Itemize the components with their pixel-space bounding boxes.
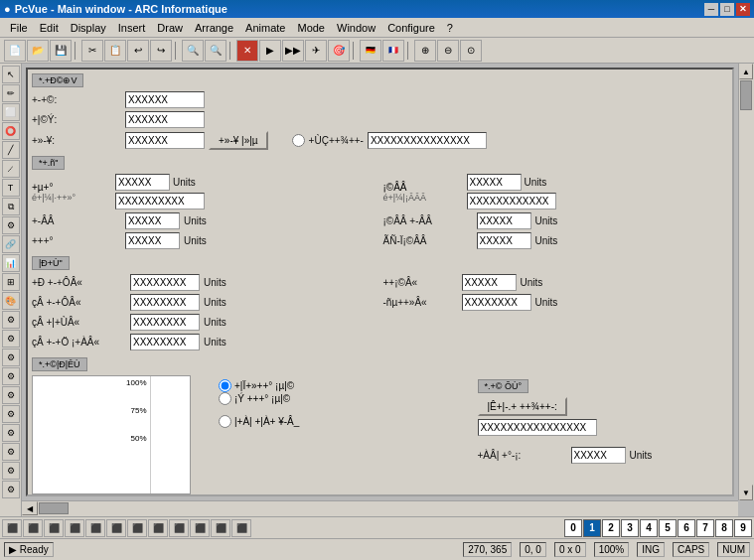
- redo-btn[interactable]: ↪: [150, 40, 172, 62]
- flag-fr[interactable]: 🇫🇷: [382, 40, 404, 62]
- bottom-btn-7[interactable]: ⬛: [127, 519, 147, 537]
- bottom-btn-1[interactable]: ⬛: [2, 519, 22, 537]
- tool-cfg7[interactable]: ⚙: [2, 424, 20, 442]
- menu-insert[interactable]: Insert: [112, 20, 152, 36]
- bottom-btn-6[interactable]: ⬛: [106, 519, 126, 537]
- new-btn[interactable]: 📄: [4, 40, 26, 62]
- radio-input[interactable]: [368, 132, 487, 149]
- input-field1[interactable]: [125, 91, 205, 108]
- cut-btn[interactable]: ✂: [81, 40, 103, 62]
- input-s2l1a[interactable]: [115, 174, 170, 191]
- menu-configure[interactable]: Configure: [381, 20, 441, 36]
- bottom-btn-9[interactable]: ⬛: [169, 519, 189, 537]
- plane-btn[interactable]: ✈: [305, 40, 327, 62]
- undo-btn[interactable]: ↩: [127, 40, 149, 62]
- stop-btn[interactable]: ✕: [236, 40, 258, 62]
- page-4[interactable]: 4: [640, 519, 658, 537]
- bottom-btn-2[interactable]: ⬛: [23, 519, 43, 537]
- input-s3l3[interactable]: [130, 314, 200, 331]
- scrollbar-horizontal[interactable]: ◀: [22, 500, 738, 516]
- menu-draw[interactable]: Draw: [151, 20, 189, 36]
- close-button[interactable]: ✕: [736, 3, 750, 16]
- tool-select[interactable]: ↖: [2, 66, 20, 83]
- bottom-btn-12[interactable]: ⬛: [231, 519, 251, 537]
- input-field2[interactable]: [125, 111, 205, 128]
- tool-text[interactable]: T: [2, 179, 20, 197]
- input-s2r2[interactable]: [477, 212, 531, 229]
- tool-chart[interactable]: 📊: [2, 254, 20, 272]
- page-5[interactable]: 5: [659, 519, 677, 537]
- tool-cfg1[interactable]: ⚙: [2, 311, 20, 329]
- scroll-thumb-h[interactable]: [39, 502, 69, 514]
- page-8[interactable]: 8: [715, 519, 733, 537]
- menu-arrange[interactable]: Arrange: [189, 20, 239, 36]
- radio-btn2[interactable]: [219, 392, 231, 405]
- page-0[interactable]: 0: [564, 519, 582, 537]
- input-s4r1[interactable]: [478, 419, 597, 436]
- tool-symbol[interactable]: ⚙: [2, 216, 20, 234]
- tool-cfg3[interactable]: ⚙: [2, 349, 20, 366]
- run-btn1[interactable]: ▶: [259, 40, 281, 62]
- menu-file[interactable]: File: [4, 20, 34, 36]
- zoom-out-btn[interactable]: 🔍: [205, 40, 226, 62]
- page-2[interactable]: 2: [602, 519, 620, 537]
- page-3[interactable]: 3: [621, 519, 639, 537]
- menu-help[interactable]: ?: [441, 20, 459, 36]
- input-s2l2[interactable]: [125, 212, 180, 229]
- radio-btn3[interactable]: [219, 415, 231, 428]
- input-s4r3[interactable]: [571, 447, 626, 464]
- tool-pencil[interactable]: ✏: [2, 84, 20, 102]
- run-btn2[interactable]: ▶▶: [282, 40, 304, 62]
- flag-de[interactable]: 🇩🇪: [360, 40, 381, 62]
- tool-cfg8[interactable]: ⚙: [2, 443, 20, 461]
- tool-cfg6[interactable]: ⚙: [2, 405, 20, 423]
- radio-btn1[interactable]: [219, 379, 231, 392]
- tool-cfg5[interactable]: ⚙: [2, 386, 20, 404]
- minimize-button[interactable]: ─: [704, 3, 718, 16]
- zoom2-btn[interactable]: ⊖: [437, 40, 459, 62]
- tool-line[interactable]: ╱: [2, 141, 20, 159]
- menu-edit[interactable]: Edit: [34, 20, 65, 36]
- input-field3[interactable]: [125, 132, 205, 149]
- tool-cfg4[interactable]: ⚙: [2, 367, 20, 385]
- tool-table[interactable]: ⊞: [2, 273, 20, 291]
- target-btn[interactable]: 🎯: [328, 40, 350, 62]
- tool-link[interactable]: 🔗: [2, 235, 20, 253]
- scrollbar-vertical[interactable]: ▲ ▼: [738, 64, 754, 500]
- input-s3l4[interactable]: [130, 334, 200, 350]
- bottom-btn-5[interactable]: ⬛: [85, 519, 105, 537]
- maximize-button[interactable]: □: [720, 3, 734, 16]
- zoom3-btn[interactable]: ⊙: [460, 40, 482, 62]
- tool-rect[interactable]: ⬜: [2, 103, 20, 121]
- tool-group[interactable]: ⧉: [2, 198, 20, 215]
- radio-option[interactable]: [292, 134, 305, 147]
- input-s2r1a[interactable]: [467, 174, 522, 191]
- tool-polyline[interactable]: ⟋: [2, 160, 20, 178]
- page-6[interactable]: 6: [678, 519, 695, 537]
- bottom-btn-10[interactable]: ⬛: [190, 519, 210, 537]
- bottom-btn-11[interactable]: ⬛: [211, 519, 230, 537]
- tool-paint[interactable]: 🎨: [2, 292, 20, 310]
- field3-button[interactable]: +»-¥ |»|µ: [209, 131, 268, 150]
- tool-cfg2[interactable]: ⚙: [2, 330, 20, 348]
- open-btn[interactable]: 📂: [27, 40, 49, 62]
- input-s2r3[interactable]: [477, 232, 531, 249]
- page-1[interactable]: 1: [583, 519, 601, 537]
- menu-display[interactable]: Display: [65, 20, 112, 36]
- save-btn[interactable]: 💾: [50, 40, 72, 62]
- bottom-btn-4[interactable]: ⬛: [65, 519, 84, 537]
- input-s3r2[interactable]: [462, 294, 531, 311]
- input-s3r1[interactable]: [462, 274, 517, 291]
- tool-cfg9[interactable]: ⚙: [2, 462, 20, 480]
- action-button[interactable]: |Ê+|-.+ ++¾++-:: [478, 397, 567, 416]
- input-s2l3[interactable]: [125, 232, 180, 249]
- input-s3l2[interactable]: [130, 294, 200, 311]
- tool-ellipse[interactable]: ⭕: [2, 122, 20, 140]
- menu-window[interactable]: Window: [331, 20, 381, 36]
- input-s3l1[interactable]: [130, 274, 200, 291]
- input-s2l1b[interactable]: [115, 193, 205, 210]
- page-9[interactable]: 9: [734, 519, 752, 537]
- input-s2r1b[interactable]: [467, 193, 556, 210]
- zoom-in-btn[interactable]: 🔍: [182, 40, 204, 62]
- menu-animate[interactable]: Animate: [239, 20, 291, 36]
